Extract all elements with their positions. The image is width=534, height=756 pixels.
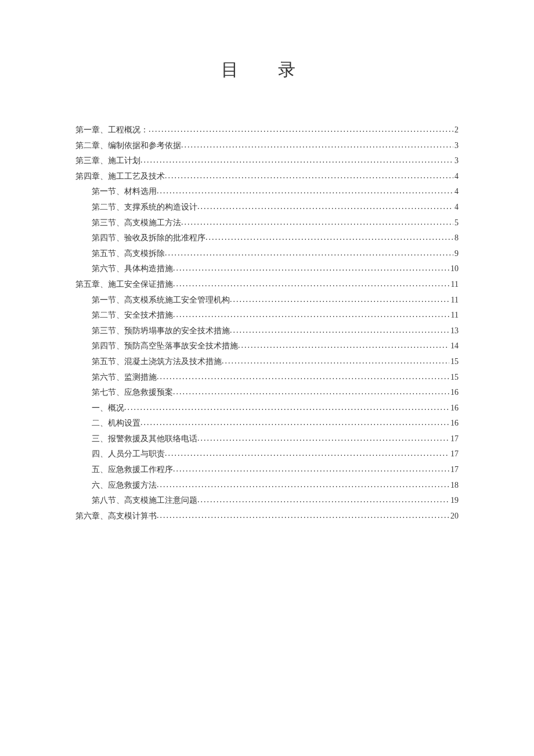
toc-leader-dots [157,369,449,385]
toc-leader-dots [140,415,449,431]
toc-entry: 六、应急救援方法18 [75,478,459,494]
toc-entry-label: 第三节、高支模施工方法 [92,215,181,231]
toc-entry: 第一节、高支模系统施工安全管理机构11 [75,293,459,308]
toc-leader-dots [165,246,453,261]
toc-entry-label: 四、人员分工与职责 [92,447,165,462]
toc-entry-label: 第三节、预防坍塌事故的安全技术措施 [92,323,230,339]
toc-entry-label: 第四节、预防高空坠落事故安全技术措施 [92,339,238,354]
toc-entry-page: 3 [453,153,459,169]
toc-entry-label: 第四章、施工工艺及技术 [75,169,165,185]
toc-entry-page: 18 [449,478,459,494]
toc-entry-page: 16 [449,416,459,431]
toc-entry: 第三节、高支模施工方法5 [75,215,459,231]
toc-entry-label: 第五节、混凝土浇筑方法及技术措施 [92,354,222,370]
toc-entry: 第四节、验收及拆除的批准程序8 [75,231,459,246]
toc-leader-dots [173,384,449,400]
toc-entry: 第二章、编制依据和参考依据3 [75,138,459,154]
toc-entry: 第二节、支撑系统的构造设计4 [75,200,459,215]
toc-entry-page: 11 [450,277,459,293]
toc-entry-label: 第一章、工程概况： [75,123,149,138]
toc-entry-page: 15 [449,354,459,370]
toc-entry-label: 第六节、监测措施 [92,370,157,386]
toc-leader-dots [165,168,453,184]
toc-entry: 第五节、高支模拆除9 [75,246,459,262]
toc-entry-page: 17 [449,462,459,478]
toc-entry: 三、报警救援及其他联络电话17 [75,431,459,447]
toc-entry-page: 3 [453,138,459,154]
toc-leader-dots [149,122,453,138]
toc-entry: 第四节、预防高空坠落事故安全技术措施14 [75,339,459,354]
toc-entry: 四、人员分工与职责17 [75,447,459,462]
toc-leader-dots [173,276,450,292]
toc-entry: 第六节、具体构造措施10 [75,261,459,277]
toc-entry: 第七节、应急救援预案16 [75,385,459,401]
toc-entry-label: 六、应急救援方法 [92,478,157,494]
toc-entry-label: 第六节、具体构造措施 [92,261,173,277]
toc-leader-dots [173,261,449,276]
toc-entry-label: 第二节、支撑系统的构造设计 [92,200,197,215]
toc-leader-dots [205,230,453,246]
toc-entry-label: 三、报警救援及其他联络电话 [92,431,197,447]
toc-entry-page: 15 [449,370,459,386]
toc-entry-page: 20 [449,509,459,524]
toc-leader-dots [181,138,453,153]
toc-entry-page: 2 [453,123,459,138]
toc-entry-label: 第五章、施工安全保证措施 [75,277,173,293]
toc-leader-dots [197,431,449,447]
toc-entry-page: 16 [449,385,459,401]
toc-entry-page: 11 [450,308,459,323]
toc-entry-page: 5 [453,215,459,231]
toc-entry-page: 17 [449,431,459,447]
toc-entry: 二、机构设置16 [75,416,459,431]
toc-leader-dots [197,199,453,215]
toc-entry-page: 4 [453,200,459,215]
toc-leader-dots [197,492,449,508]
toc-entry-label: 二、机构设置 [92,416,140,431]
toc-entry-label: 第八节、高支模施工注意问题 [92,493,197,509]
toc-entry: 第一章、工程概况：2 [75,123,459,138]
toc-entry-label: 第一节、高支模系统施工安全管理机构 [92,293,230,308]
toc-entry-page: 16 [449,401,459,416]
toc-leader-dots [173,462,449,477]
toc-leader-dots [140,153,453,168]
toc-leader-dots [124,400,449,416]
toc-entry-label: 第三章、施工计划 [75,153,140,169]
toc-entry-page: 11 [450,293,459,308]
toc-entry: 五、应急救援工作程序17 [75,462,459,478]
toc-entry-label: 第一节、材料选用 [92,184,157,200]
toc-leader-dots [165,446,449,462]
toc-leader-dots [222,354,449,369]
toc-entry-label: 一、概况 [92,401,124,416]
toc-entry-page: 4 [453,184,459,200]
toc-entry: 第三节、预防坍塌事故的安全技术措施13 [75,323,459,339]
table-of-contents: 第一章、工程概况：2第二章、编制依据和参考依据3第三章、施工计划3第四章、施工工… [75,123,459,524]
toc-leader-dots [157,477,449,493]
toc-entry-page: 10 [449,261,459,277]
toc-entry-label: 第二章、编制依据和参考依据 [75,138,181,154]
toc-entry: 第二节、安全技术措施11 [75,308,459,323]
toc-entry: 第五节、混凝土浇筑方法及技术措施15 [75,354,459,370]
toc-entry-label: 第五节、高支模拆除 [92,246,165,262]
toc-leader-dots [157,508,449,524]
toc-entry-label: 第四节、验收及拆除的批准程序 [92,231,205,246]
toc-leader-dots [230,323,449,339]
toc-entry-page: 19 [449,493,459,509]
toc-entry-label: 五、应急救援工作程序 [92,462,173,478]
toc-leader-dots [181,215,453,231]
toc-entry-page: 14 [449,339,459,354]
toc-entry-page: 13 [449,323,459,339]
toc-entry-label: 第七节、应急救援预案 [92,385,173,401]
toc-entry: 第四章、施工工艺及技术4 [75,169,459,185]
toc-entry-page: 17 [449,447,459,462]
toc-leader-dots [173,307,450,323]
toc-entry: 第八节、高支模施工注意问题19 [75,493,459,509]
toc-entry: 第一节、材料选用4 [75,184,459,200]
toc-entry: 一、概况16 [75,401,459,416]
toc-entry: 第六章、高支模计算书20 [75,509,459,524]
toc-entry-label: 第二节、安全技术措施 [92,308,173,323]
toc-leader-dots [230,292,450,308]
page-title: 目 录 [75,58,459,82]
toc-entry-page: 8 [453,231,459,246]
toc-entry: 第五章、施工安全保证措施11 [75,277,459,293]
toc-entry: 第六节、监测措施15 [75,370,459,386]
